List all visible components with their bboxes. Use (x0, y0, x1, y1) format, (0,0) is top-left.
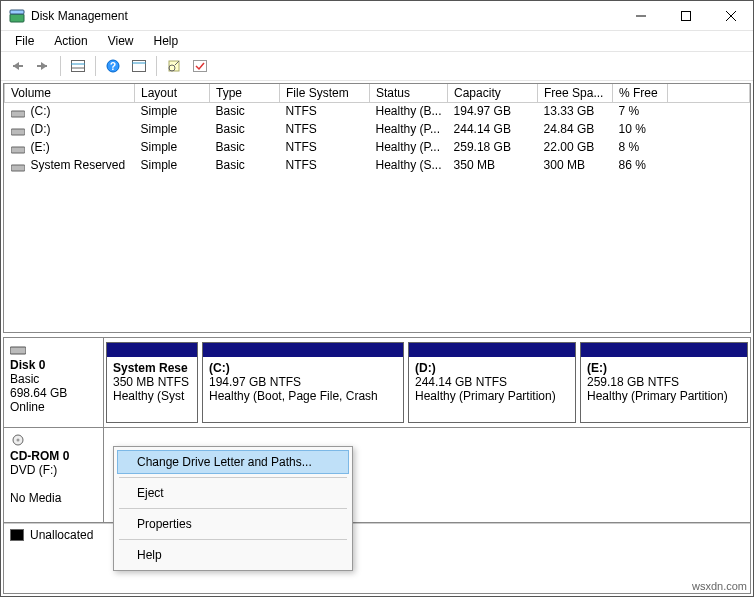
forward-button[interactable] (31, 54, 55, 78)
maximize-button[interactable] (663, 1, 708, 31)
volume-row[interactable]: (D:) Simple Basic NTFS Healthy (P... 244… (5, 120, 750, 138)
svg-rect-3 (681, 12, 690, 21)
app-icon (9, 8, 25, 24)
ctx-properties[interactable]: Properties (117, 512, 349, 536)
title-bar: Disk Management (1, 1, 753, 31)
watermark: wsxdn.com (692, 580, 747, 592)
context-menu: Change Drive Letter and Paths... Eject P… (113, 446, 353, 571)
partition-system-reserved[interactable]: System Rese 350 MB NTFS Healthy (Syst (106, 342, 198, 423)
disk-icon (10, 344, 26, 354)
ctx-eject[interactable]: Eject (117, 481, 349, 505)
menu-file[interactable]: File (7, 32, 42, 50)
partition-d[interactable]: (D:) 244.14 GB NTFS Healthy (Primary Par… (408, 342, 576, 423)
svg-rect-21 (11, 147, 25, 153)
svg-text:?: ? (110, 61, 116, 72)
svg-rect-0 (10, 14, 24, 22)
view-details-button[interactable] (127, 54, 151, 78)
volume-row[interactable]: System Reserved Simple Basic NTFS Health… (5, 156, 750, 174)
drive-icon (11, 143, 25, 153)
volume-row[interactable]: (E:) Simple Basic NTFS Healthy (P... 259… (5, 138, 750, 156)
svg-rect-22 (11, 165, 25, 171)
partition-e[interactable]: (E:) 259.18 GB NTFS Healthy (Primary Par… (580, 342, 748, 423)
close-button[interactable] (708, 1, 753, 31)
col-pctfree[interactable]: % Free (613, 84, 668, 102)
legend-unallocated-label: Unallocated (30, 528, 93, 542)
volume-list-pane: Volume Layout Type File System Status Ca… (3, 83, 751, 333)
svg-rect-19 (11, 111, 25, 117)
drive-icon (11, 125, 25, 135)
action-check-button[interactable] (188, 54, 212, 78)
disk-row-0: Disk 0 Basic 698.64 GB Online System Res… (4, 338, 750, 428)
drive-icon (11, 161, 25, 171)
col-capacity[interactable]: Capacity (448, 84, 538, 102)
menu-bar: File Action View Help (1, 31, 753, 51)
volume-row[interactable]: (C:) Simple Basic NTFS Healthy (B... 194… (5, 102, 750, 120)
drive-icon (11, 107, 25, 117)
volume-header-row: Volume Layout Type File System Status Ca… (5, 84, 750, 102)
col-filesystem[interactable]: File System (280, 84, 370, 102)
toolbar: ? (1, 51, 753, 81)
svg-rect-1 (10, 10, 24, 14)
back-button[interactable] (5, 54, 29, 78)
svg-rect-18 (194, 61, 207, 72)
help-button[interactable]: ? (101, 54, 125, 78)
svg-rect-23 (10, 347, 26, 354)
col-layout[interactable]: Layout (135, 84, 210, 102)
menu-help[interactable]: Help (146, 32, 187, 50)
col-volume[interactable]: Volume (5, 84, 135, 102)
menu-view[interactable]: View (100, 32, 142, 50)
svg-rect-8 (72, 61, 85, 72)
col-type[interactable]: Type (210, 84, 280, 102)
ctx-help[interactable]: Help (117, 543, 349, 567)
window-title: Disk Management (31, 9, 618, 23)
svg-point-25 (17, 439, 20, 442)
legend-unallocated-color (10, 529, 24, 541)
cdrom-info[interactable]: CD-ROM 0 DVD (F:) No Media (4, 428, 104, 522)
col-status[interactable]: Status (370, 84, 448, 102)
view-split-button[interactable] (66, 54, 90, 78)
disk0-info[interactable]: Disk 0 Basic 698.64 GB Online (4, 338, 104, 427)
col-freespace[interactable]: Free Spa... (538, 84, 613, 102)
action-properties-button[interactable] (162, 54, 186, 78)
svg-rect-20 (11, 129, 25, 135)
cdrom-icon (10, 434, 26, 444)
partition-c[interactable]: (C:) 194.97 GB NTFS Healthy (Boot, Page … (202, 342, 404, 423)
minimize-button[interactable] (618, 1, 663, 31)
ctx-change-drive-letter[interactable]: Change Drive Letter and Paths... (117, 450, 349, 474)
svg-rect-13 (133, 61, 146, 72)
menu-action[interactable]: Action (46, 32, 95, 50)
